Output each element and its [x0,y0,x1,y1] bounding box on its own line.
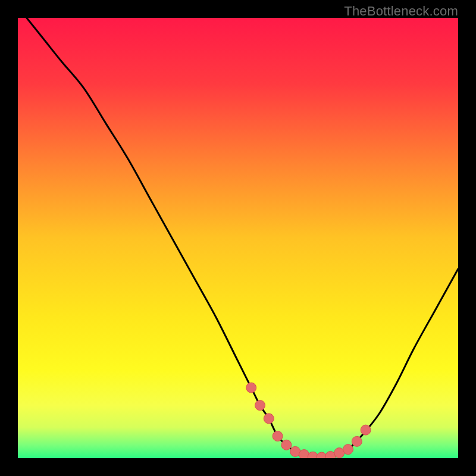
curve-markers [246,383,371,458]
plot-area [18,18,458,458]
curve-marker [246,383,256,393]
watermark-text: TheBottleneck.com [344,4,458,19]
curve-layer [18,18,458,458]
outer-frame: TheBottleneck.com [0,0,476,476]
curve-marker [361,425,371,435]
curve-marker [255,400,265,411]
curve-marker [281,440,292,450]
curve-marker [273,431,283,441]
curve-marker [264,414,274,424]
curve-marker [352,436,362,446]
bottleneck-curve [27,18,458,458]
curve-marker [343,444,353,455]
